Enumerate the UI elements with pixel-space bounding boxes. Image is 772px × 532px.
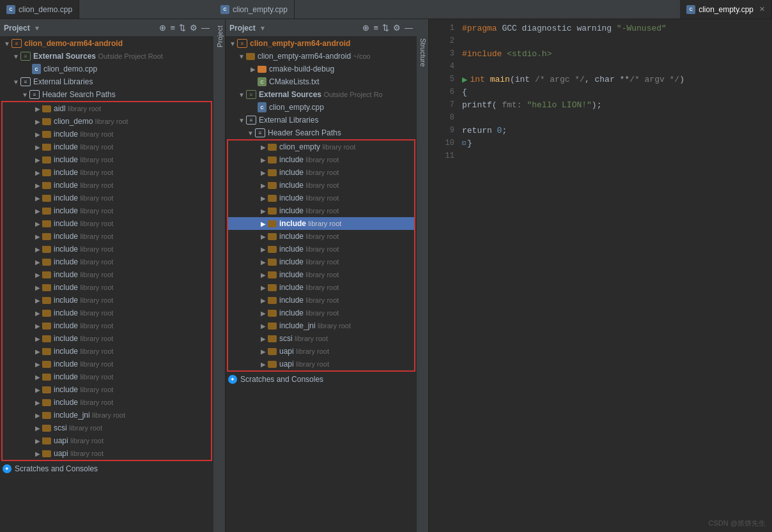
mid-include-selected[interactable]: ▶include library root [228,217,414,230]
tree-item-ext-libs-mid[interactable]: ▼ ≡ External Libraries [226,114,417,126]
scratches-left[interactable]: ✦ Scratches and Consoles [0,462,213,475]
folder-icon-include-16 [42,323,51,330]
line-content-1: #pragma GCC diagnostic warning "-Wunused… [462,24,667,33]
ext-sources-label-left: External Sources Outside Project Root [33,52,163,61]
mid-include-9[interactable]: ▶include library root [228,268,414,281]
mid-include-8[interactable]: ▶include library root [228,255,414,268]
tree-item-include-11[interactable]: ▶include library root [3,255,211,268]
cpp-icon-left: C [32,64,41,74]
code-line-9: 9 return 0; [429,124,772,137]
tree-item-include-13[interactable]: ▶include library root [3,281,211,294]
tree-item-include-10[interactable]: ▶include library root [3,243,211,255]
tree-item-clion-demo[interactable]: ▶ clion_demo library root [3,115,211,128]
mid-include-4[interactable]: ▶include library root [228,192,414,204]
list-icon-mid[interactable]: ≡ [373,23,378,33]
tree-item-include-18[interactable]: ▶include library root [3,345,211,358]
mid-include-5[interactable]: ▶include library root [228,204,414,217]
mid-panel-title: Project [229,24,256,33]
mid-include-3[interactable]: ▶include library root [228,179,414,192]
add-icon-left[interactable]: ⊕ [159,23,166,33]
folder-icon-scsi-left [42,425,51,432]
tree-item-include-4[interactable]: ▶include library root [3,166,211,179]
tree-item-cmake-debug[interactable]: ▶ cmake-build-debug [226,63,417,75]
tree-item-include-16[interactable]: ▶include library root [3,319,211,332]
sort-icon-mid[interactable]: ⇅ [382,23,389,33]
mid-include-10[interactable]: ▶include library root [228,281,414,294]
tree-item-uapi-mid-2[interactable]: ▶uapi library root [228,358,414,370]
tree-item-include-jni-mid[interactable]: ▶include_jni library root [228,319,414,332]
tree-item-include-1[interactable]: ▶include library root [3,128,211,141]
tree-item-include-5[interactable]: ▶include library root [3,179,211,192]
left-tab-clion-demo[interactable]: C clion_demo.cpp [0,0,79,19]
tree-item-include-jni-left[interactable]: ▶include_jni library root [3,409,211,422]
tree-item-include-3[interactable]: ▶include library root [3,153,211,166]
tree-root-mid[interactable]: ▼ ≡ clion_empty-arm64-android [226,37,417,50]
mid-include-1[interactable]: ▶include library root [228,153,414,166]
mid-tab-clion-empty[interactable]: C clion_empty.cpp [214,0,295,19]
tree-item-include-8[interactable]: ▶include library root [3,217,211,230]
line-num-2: 2 [434,36,454,45]
tree-item-include-6[interactable]: ▶include library root [3,192,211,204]
tree-item-include-15[interactable]: ▶include library root [3,307,211,319]
tree-item-ext-sources-left[interactable]: ▼ ≡ External Sources Outside Project Roo… [0,50,213,63]
folder-icon-include-21 [42,386,51,393]
list-icon-left[interactable]: ≡ [170,23,175,33]
tree-item-include-17[interactable]: ▶include library root [3,332,211,345]
dropdown-arrow-mid[interactable]: ▾ [261,24,265,33]
dropdown-arrow-left[interactable]: ▾ [35,24,39,33]
tree-item-include-7[interactable]: ▶include library root [3,204,211,217]
settings-icon-mid[interactable]: ⚙ [393,23,401,33]
tree-item-empty-cpp[interactable]: C clion_empty.cpp [226,101,417,114]
tree-item-include-20[interactable]: ▶include library root [3,370,211,383]
folder-icon-mid-inc-3 [268,182,277,189]
add-icon-mid[interactable]: ⊕ [362,23,369,33]
tree-item-include-12[interactable]: ▶include library root [3,268,211,281]
play-button[interactable]: ▶ [462,74,467,85]
line-num-4: 4 [434,62,454,71]
code-line-5: 5 ▶ int main(int /* argc */, char **/* a… [429,73,772,86]
tree-item-cpp-left[interactable]: C clion_demo.cpp [0,63,213,75]
collapse-icon-mid[interactable]: — [405,23,413,33]
scratches-mid[interactable]: ✦ Scratches and Consoles [226,373,417,386]
tree-item-uapi-left-1[interactable]: ▶uapi library root [3,434,211,447]
hsp-label-left: Header Search Paths [42,90,116,99]
tree-item-include-22[interactable]: ▶include library root [3,396,211,409]
tree-item-scsi-left[interactable]: ▶scsi library root [3,422,211,434]
mid-include-7[interactable]: ▶include library root [228,243,414,255]
project-tab-vert[interactable]: Project [214,19,226,532]
settings-icon-left[interactable]: ⚙ [190,23,197,33]
bookmark-icon: ⊡ [462,139,466,147]
tree-item-include-21[interactable]: ▶include library root [3,383,211,396]
tree-item-include-19[interactable]: ▶include library root [3,358,211,370]
module-icon-ext-src-mid: ≡ [246,90,256,99]
tree-item-uapi-left-2[interactable]: ▶uapi library root [3,447,211,460]
mid-include-6[interactable]: ▶include library root [228,230,414,243]
tree-item-include-14[interactable]: ▶include library root [3,294,211,307]
folder-icon-include-jni-left [42,412,51,419]
tree-item-aidl[interactable]: ▶ aidl library root [3,102,211,115]
tree-item-scsi-mid[interactable]: ▶scsi library root [228,332,414,345]
line-num-1: 1 [434,24,454,33]
tree-item-hsp-mid[interactable]: ▼ ≡ Header Search Paths [226,126,417,139]
mid-include-2[interactable]: ▶include library root [228,166,414,179]
tree-item-cmake-lists[interactable]: C CMakeLists.txt [226,75,417,88]
editor-tab-close[interactable]: ✕ [759,5,765,13]
mid-include-11[interactable]: ▶include library root [228,294,414,307]
tree-item-include-9[interactable]: ▶include library root [3,230,211,243]
editor-tab[interactable]: C clion_empty.cpp ✕ [680,0,772,19]
tree-item-hsp-left[interactable]: ▼ ≡ Header Search Paths [0,88,213,101]
tree-item-root-left[interactable]: ▼ ≡ clion_demo-arm64-android [0,37,213,50]
tree-item-clion-empty-lib[interactable]: ▶clion_empty library root [228,141,414,153]
tree-item-ext-libs-left[interactable]: ▼ ≡ External Libraries [0,75,213,88]
tree-item-uapi-mid-1[interactable]: ▶uapi library root [228,345,414,358]
collapse-icon-left[interactable]: — [201,23,210,33]
code-area[interactable]: 1 #pragma GCC diagnostic warning "-Wunus… [429,19,772,532]
line-num-10: 10 [434,139,454,148]
structure-tab[interactable]: Structure [417,19,429,532]
folder-icon-include-5 [42,182,51,189]
sort-icon-left[interactable]: ⇅ [179,23,186,33]
tree-item-empty-folder[interactable]: ▼ clion_empty-arm64-android ~/coo [226,50,417,63]
mid-include-12[interactable]: ▶include library root [228,307,414,319]
tree-item-ext-sources-mid[interactable]: ▼ ≡ External Sources Outside Project Ro [226,88,417,101]
tree-item-include-2[interactable]: ▶include library root [3,141,211,153]
